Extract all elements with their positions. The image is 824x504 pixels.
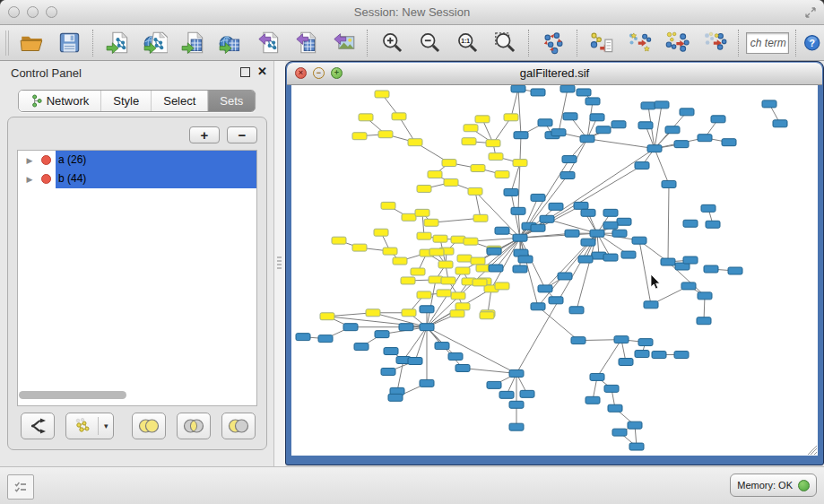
graph-node[interactable]: [473, 214, 488, 222]
new-network-from-selection-button[interactable]: [585, 28, 619, 58]
network-graph[interactable]: [291, 85, 818, 456]
graph-node[interactable]: [563, 113, 577, 120]
graph-node[interactable]: [635, 162, 649, 169]
graph-node[interactable]: [655, 101, 669, 109]
graph-node[interactable]: [504, 114, 518, 121]
graph-node[interactable]: [464, 238, 478, 245]
graph-node[interactable]: [468, 187, 482, 195]
graph-node[interactable]: [437, 290, 451, 297]
graph-node[interactable]: [560, 172, 575, 179]
graph-node[interactable]: [590, 373, 604, 380]
graph-node[interactable]: [629, 443, 644, 450]
float-panel-icon[interactable]: [240, 67, 250, 77]
graph-node[interactable]: [628, 421, 642, 429]
graph-node[interactable]: [433, 235, 447, 242]
toolbar-grip[interactable]: [5, 30, 9, 56]
graph-node[interactable]: [374, 229, 388, 236]
graph-node[interactable]: [343, 324, 358, 331]
graph-node[interactable]: [378, 131, 393, 138]
graph-node[interactable]: [578, 256, 593, 263]
graph-node[interactable]: [513, 160, 527, 167]
graph-node[interactable]: [366, 309, 380, 317]
graph-node[interactable]: [420, 324, 434, 331]
graph-node[interactable]: [448, 353, 463, 361]
graph-node[interactable]: [683, 256, 698, 264]
graph-node[interactable]: [590, 230, 604, 237]
graph-node[interactable]: [420, 379, 434, 387]
graph-node[interactable]: [581, 239, 595, 246]
graph-node[interactable]: [661, 258, 675, 265]
graph-node[interactable]: [381, 368, 395, 375]
graph-node[interactable]: [683, 220, 698, 227]
graph-node[interactable]: [665, 126, 680, 134]
expand-selection-button[interactable]: [660, 28, 694, 58]
graph-node[interactable]: [495, 171, 509, 178]
graph-node[interactable]: [428, 171, 442, 178]
graph-node[interactable]: [773, 120, 787, 127]
disclosure-triangle-icon[interactable]: ▶: [23, 156, 36, 165]
graph-node[interactable]: [558, 273, 572, 280]
graph-node[interactable]: [531, 303, 545, 310]
graph-node[interactable]: [495, 227, 509, 234]
graph-node[interactable]: [471, 257, 485, 265]
graph-node[interactable]: [352, 133, 367, 140]
graph-node[interactable]: [402, 213, 416, 221]
frame-resize-grip[interactable]: [805, 443, 817, 455]
graph-node[interactable]: [531, 194, 545, 201]
graph-node[interactable]: [495, 282, 509, 290]
disclosure-triangle-icon[interactable]: ▶: [23, 175, 36, 184]
export-image-button[interactable]: [326, 28, 360, 58]
graph-node[interactable]: [560, 85, 575, 92]
graph-node[interactable]: [473, 279, 487, 286]
graph-node[interactable]: [444, 178, 458, 186]
split-sets-button[interactable]: [21, 413, 55, 439]
graph-node[interactable]: [457, 255, 472, 262]
apply-layout-button[interactable]: [536, 28, 570, 58]
set-list-item[interactable]: ▶b (44): [18, 169, 256, 188]
graph-node[interactable]: [674, 352, 689, 359]
import-table-from-file-button[interactable]: [176, 28, 210, 58]
graph-node[interactable]: [450, 310, 464, 317]
graph-node[interactable]: [706, 221, 720, 228]
graph-node[interactable]: [504, 188, 518, 196]
close-panel-icon[interactable]: ✕: [257, 65, 267, 78]
graph-node[interactable]: [332, 237, 346, 244]
graph-node[interactable]: [585, 396, 600, 404]
graph-node[interactable]: [442, 160, 456, 167]
graph-node[interactable]: [728, 267, 742, 274]
graph-node[interactable]: [383, 248, 397, 255]
graph-node[interactable]: [674, 141, 689, 148]
tab-network[interactable]: Network: [19, 91, 102, 111]
import-table-from-web-button[interactable]: [213, 28, 247, 58]
tab-style[interactable]: Style: [101, 91, 152, 111]
graph-node[interactable]: [318, 335, 333, 343]
graph-node[interactable]: [475, 116, 490, 123]
zoom-in-button[interactable]: [375, 28, 409, 58]
tab-sets[interactable]: Sets: [208, 91, 255, 111]
graph-node[interactable]: [577, 89, 591, 96]
graph-node[interactable]: [704, 265, 718, 273]
graph-node[interactable]: [420, 306, 434, 313]
graph-node[interactable]: [518, 256, 533, 263]
graph-node[interactable]: [697, 317, 711, 325]
search-input[interactable]: ch term: [746, 32, 789, 54]
graph-node[interactable]: [549, 203, 563, 210]
divider-handle-icon[interactable]: [277, 256, 282, 269]
graph-node[interactable]: [408, 358, 422, 365]
graph-node[interactable]: [511, 85, 525, 92]
graph-node[interactable]: [681, 282, 696, 290]
graph-node[interactable]: [487, 248, 501, 255]
fullscreen-arrows-icon[interactable]: [804, 6, 817, 19]
graph-node[interactable]: [662, 180, 676, 187]
graph-node[interactable]: [722, 139, 736, 146]
graph-node[interactable]: [438, 261, 453, 268]
graph-node[interactable]: [581, 209, 595, 216]
hscrollbar-thumb[interactable]: [19, 391, 126, 399]
graph-node[interactable]: [520, 390, 534, 397]
graph-node[interactable]: [538, 119, 552, 126]
graph-node[interactable]: [489, 153, 503, 161]
graph-node[interactable]: [352, 244, 367, 251]
graph-node[interactable]: [401, 277, 415, 284]
intersect-sets-button[interactable]: [177, 413, 211, 439]
graph-node[interactable]: [617, 218, 631, 225]
